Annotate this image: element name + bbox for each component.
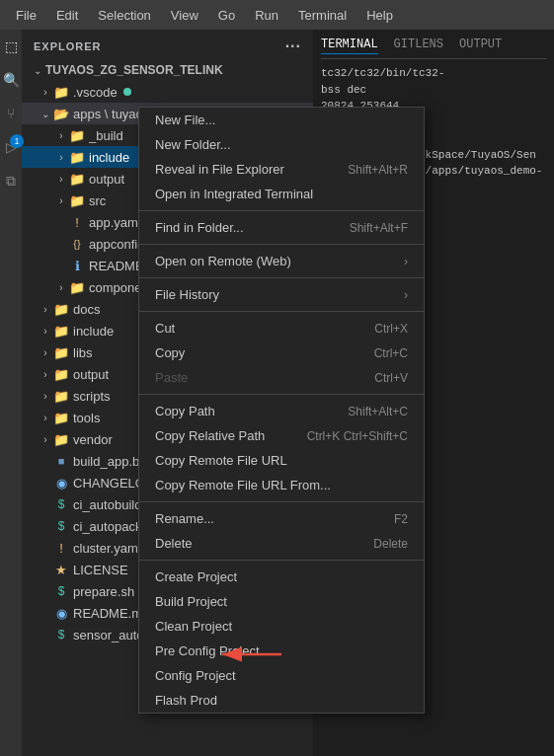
build-arrow: › [53,127,69,143]
vscode-label: .vscode [73,85,118,100]
component-icon: 📁 [69,279,85,295]
tools-arrow: › [38,410,53,425]
terminal-tab-terminal[interactable]: TERMINAL [321,38,378,54]
sidebar-dots[interactable]: ··· [285,38,301,55]
terminal-tab-output[interactable]: OUTPUT [459,38,502,54]
vendor-label: vendor [73,432,113,447]
cm-config-project[interactable]: Config Project [139,663,424,688]
cm-copy-remote-url[interactable]: Copy Remote File URL [139,448,424,473]
cm-history-label: File History [155,287,396,302]
cm-copy-rel-label: Copy Relative Path [155,428,291,443]
vendor-icon: 📁 [53,431,69,447]
run-badge: 1 [10,134,24,148]
cm-rename[interactable]: Rename... F2 [139,506,424,531]
include-label: include [89,150,129,165]
cm-copy-label: Copy [155,345,358,360]
cm-delete[interactable]: Delete Delete [139,531,424,556]
cm-copy[interactable]: Copy Ctrl+C [139,340,424,365]
cm-copy-path-shortcut: Shift+Alt+C [348,405,408,418]
cm-copy-path[interactable]: Copy Path Shift+Alt+C [139,399,424,423]
cm-open-remote[interactable]: Open on Remote (Web) › [139,249,424,273]
ci-autopack-icon: $ [53,518,69,534]
menu-selection[interactable]: Selection [90,4,158,27]
activity-search[interactable]: 🔍 [2,71,20,89]
activity-source-control[interactable]: ⑂ [2,105,20,122]
cm-sep-1 [139,210,424,211]
menu-bar: File Edit Selection View Go Run Terminal… [0,0,554,30]
cm-paste[interactable]: Paste Ctrl+V [139,365,424,390]
build-app-icon: ■ [53,453,69,469]
cm-flash-prod[interactable]: Flash Prod [139,688,424,713]
output-arrow: › [53,171,69,187]
cm-pre-config-project[interactable]: Pre Config Project [139,639,424,663]
cm-reveal-explorer[interactable]: Reveal in File Explorer Shift+Alt+R [139,157,424,182]
terminal-tab-gitlens[interactable]: GITLENS [394,38,443,54]
cm-flash-label: Flash Prod [155,693,408,708]
cm-sep-2 [139,244,424,245]
src-arrow: › [53,192,69,208]
include-folder-icon: 📁 [69,149,85,165]
cm-file-history[interactable]: File History › [139,282,424,307]
cm-cut-label: Cut [155,321,358,336]
cm-new-file[interactable]: New File... [139,108,424,132]
license-icon: ★ [53,562,69,577]
menu-help[interactable]: Help [358,4,401,27]
activity-run[interactable]: ▷ 1 [2,138,20,156]
output-folder-icon: 📁 [69,171,85,187]
include-root-arrow: › [38,323,53,339]
yaml-icon: ! [69,214,85,230]
cm-cut[interactable]: Cut Ctrl+X [139,316,424,340]
menu-go[interactable]: Go [210,4,243,27]
terminal-line-2: bss dec [321,82,546,99]
cm-clean-label: Clean Project [155,619,408,634]
src-label: src [89,193,106,208]
changelog-icon: ◉ [53,475,69,491]
cm-sep-7 [139,560,424,561]
output-root-icon: 📁 [53,366,69,382]
menu-view[interactable]: View [163,4,206,27]
cm-open-terminal[interactable]: Open in Integrated Terminal [139,182,424,206]
cm-pre-config-label: Pre Config Project [155,643,408,658]
cm-build-project[interactable]: Build Project [139,589,424,614]
vscode-dot [123,88,131,96]
cm-delete-label: Delete [155,536,357,551]
cm-find-shortcut: Shift+Alt+F [350,221,408,235]
cm-clean-project[interactable]: Clean Project [139,614,424,639]
libs-icon: 📁 [53,344,69,360]
cm-copy-relative-path[interactable]: Copy Relative Path Ctrl+K Ctrl+Shift+C [139,423,424,448]
vscode-folder[interactable]: › 📁 .vscode [22,81,313,103]
cm-copy-rel-shortcut: Ctrl+K Ctrl+Shift+C [307,429,408,443]
cm-sep-6 [139,501,424,502]
menu-file[interactable]: File [8,4,44,27]
cm-cut-shortcut: Ctrl+X [374,322,408,336]
output-root-arrow: › [38,366,53,382]
ci-autobuild-icon: $ [53,496,69,512]
cm-new-folder-label: New Folder... [155,137,408,152]
cm-copy-remote-url-from[interactable]: Copy Remote File URL From... [139,473,424,497]
activity-bar: ⬚ 🔍 ⑂ ▷ 1 ⧉ [0,30,22,756]
repo-root[interactable]: ⌄ TUYAOS_ZG_SENSOR_TELINK [22,59,313,81]
cm-new-file-label: New File... [155,113,408,127]
cm-create-label: Create Project [155,569,408,584]
cm-delete-shortcut: Delete [373,537,408,551]
include-arrow: › [53,149,69,165]
cm-config-label: Config Project [155,668,408,683]
cm-find-label: Find in Folder... [155,220,334,235]
cm-remote-url-from-label: Copy Remote File URL From... [155,478,408,492]
vendor-arrow: › [38,431,53,447]
terminal-header: TERMINAL GITLENS OUTPUT [321,38,546,59]
scripts-icon: 📁 [53,388,69,404]
activity-extensions[interactable]: ⧉ [2,172,20,189]
cm-new-folder[interactable]: New Folder... [139,132,424,157]
cm-rename-label: Rename... [155,511,378,526]
activity-explorer[interactable]: ⬚ [2,38,20,55]
menu-edit[interactable]: Edit [48,4,86,27]
cm-remote-arrow: › [404,255,408,268]
cluster-icon: ! [53,540,69,556]
cm-find-folder[interactable]: Find in Folder... Shift+Alt+F [139,215,424,240]
menu-terminal[interactable]: Terminal [290,4,355,27]
include-root-label: include [73,324,114,339]
menu-run[interactable]: Run [247,4,286,27]
cm-create-project[interactable]: Create Project [139,565,424,589]
readme-root-icon: ◉ [53,605,69,621]
